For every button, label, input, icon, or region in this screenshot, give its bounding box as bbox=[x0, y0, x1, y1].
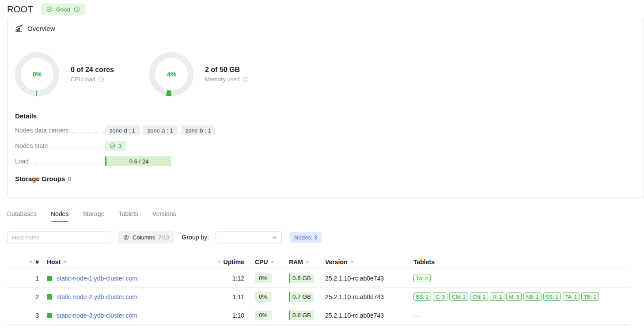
tablet-badge[interactable]: M: 3 bbox=[506, 292, 521, 301]
overview-card-title: Overview bbox=[15, 24, 636, 32]
column-header-tablets: Tablets bbox=[405, 255, 630, 269]
cell-version: 25.2.1.10-rc.ab0e743 bbox=[315, 269, 405, 287]
circle-check-icon bbox=[46, 6, 53, 12]
page-header: ROOT Good ? bbox=[0, 0, 644, 17]
circle-check-icon bbox=[110, 143, 115, 149]
detail-row-data-centers: Nodes data centers zone-d : 1zone-a : 1z… bbox=[15, 125, 636, 135]
gauges-row: 0% 0 of 24 cores CPU load ? 4% bbox=[15, 52, 636, 96]
storage-groups: Storage Groups0 bbox=[15, 175, 636, 182]
cell-tablets: BS: 1C: 3CM: 1CN: 1H: 1M: 3NB: 1SS: 1TA:… bbox=[405, 288, 630, 306]
host-name-input[interactable] bbox=[7, 231, 112, 243]
svg-text:?: ? bbox=[76, 8, 78, 11]
column-header-num[interactable]: # bbox=[7, 255, 39, 269]
tablet-badge[interactable]: CM: 1 bbox=[449, 292, 468, 301]
circle-question-icon[interactable]: ? bbox=[98, 76, 104, 83]
column-label: RAM bbox=[289, 258, 303, 266]
column-label: Tablets bbox=[413, 258, 435, 266]
host-link[interactable]: static-node-3.ydb-cluster.com bbox=[57, 312, 137, 319]
svg-text:?: ? bbox=[245, 77, 246, 81]
cell-tablets: — bbox=[405, 306, 630, 324]
sort-icon[interactable] bbox=[271, 261, 274, 263]
sort-icon[interactable] bbox=[63, 261, 67, 263]
overview-title-label: Overview bbox=[27, 25, 55, 32]
cell-uptime: 1:12 bbox=[215, 269, 244, 287]
host-link[interactable]: static-node-2.ydb-cluster.com bbox=[57, 293, 137, 300]
zone-badge: zone-a : 1 bbox=[143, 125, 178, 135]
ram-usage-pill: 0.6 GB bbox=[289, 273, 314, 283]
details-heading: Details bbox=[15, 112, 636, 120]
cpu-usage-pill: 0% bbox=[255, 273, 272, 283]
cell-uptime: 1:10 bbox=[215, 306, 244, 324]
chart-icon bbox=[15, 24, 23, 32]
cell-node-number: 1 bbox=[7, 269, 39, 287]
zone-badge: zone-d : 1 bbox=[105, 125, 140, 135]
cell-ram: 0.6 GB bbox=[280, 306, 315, 324]
column-header-ram[interactable]: RAM bbox=[280, 255, 315, 269]
sort-icon[interactable] bbox=[350, 261, 354, 263]
cpu-percent: 0% bbox=[33, 71, 42, 78]
circle-question-icon[interactable]: ? bbox=[242, 76, 249, 83]
tablet-badge[interactable]: TB: 1 bbox=[581, 292, 599, 301]
tablet-badge[interactable]: SS: 1 bbox=[543, 292, 561, 301]
node-status-square bbox=[47, 313, 52, 318]
tablet-badge[interactable]: CN: 1 bbox=[470, 292, 488, 301]
status-label: Good bbox=[56, 6, 70, 13]
table-row: 1static-node-1.ydb-cluster.com1:120%0.6 … bbox=[7, 269, 630, 288]
ram-usage-pill: 0.6 GB bbox=[289, 311, 314, 320]
nodes-state-label: Nodes state bbox=[15, 142, 48, 149]
group-by-value: - bbox=[220, 234, 222, 241]
column-header-host[interactable]: Host bbox=[39, 255, 215, 269]
columns-count: 7/13 bbox=[158, 234, 169, 241]
tab-tablets[interactable]: Tablets bbox=[118, 210, 138, 222]
column-label: Host bbox=[47, 258, 61, 266]
tab-databases[interactable]: Databases bbox=[7, 210, 37, 222]
table-body: 1static-node-1.ydb-cluster.com1:120%0.6 … bbox=[7, 269, 630, 325]
tablet-badge[interactable]: BS: 1 bbox=[413, 292, 431, 301]
tab-nodes[interactable]: Nodes bbox=[51, 210, 68, 222]
tablet-badge[interactable]: C: 3 bbox=[433, 292, 447, 301]
detail-row-load: Load 0.6 / 24 bbox=[15, 156, 636, 166]
cell-host: static-node-1.ydb-cluster.com bbox=[39, 269, 215, 287]
zone-badge: zone-b : 1 bbox=[181, 125, 216, 135]
cell-tablets: TA: 2 bbox=[405, 269, 630, 287]
tablet-badge[interactable]: TA: 2 bbox=[413, 274, 431, 282]
column-header-uptime[interactable]: Uptime bbox=[215, 255, 244, 269]
tab-storage[interactable]: Storage bbox=[83, 210, 104, 222]
load-label: Load bbox=[15, 158, 29, 165]
tab-versions[interactable]: Versions bbox=[152, 210, 176, 222]
cell-ram: 0.7 GB bbox=[280, 288, 315, 306]
gear-icon bbox=[123, 234, 129, 241]
table-header: #HostUptimeCPURAMVersionTablets bbox=[7, 255, 630, 269]
cell-node-number: 3 bbox=[7, 306, 39, 324]
nodes-toolbar: Columns 7/13 Group by: - Nodes: 3 bbox=[7, 231, 644, 243]
columns-button[interactable]: Columns 7/13 bbox=[118, 231, 174, 243]
nodes-count-badge[interactable]: Nodes: 3 bbox=[290, 232, 322, 243]
ram-usage-pill: 0.7 GB bbox=[289, 292, 314, 302]
cpu-load-label: CPU load bbox=[71, 76, 95, 83]
column-label: Uptime bbox=[224, 258, 244, 266]
column-header-version[interactable]: Version bbox=[315, 255, 405, 269]
tablet-badge[interactable]: H: 1 bbox=[490, 292, 504, 301]
tablet-badge[interactable]: TA: 1 bbox=[563, 292, 580, 301]
sort-icon[interactable] bbox=[306, 261, 309, 263]
column-header-cpu[interactable]: CPU bbox=[244, 255, 280, 269]
cpu-usage-pill: 0% bbox=[255, 292, 272, 302]
column-label: # bbox=[35, 258, 39, 266]
tablet-badge[interactable]: NB: 1 bbox=[523, 292, 542, 301]
status-badge[interactable]: Good ? bbox=[41, 4, 85, 15]
svg-text:?: ? bbox=[100, 77, 102, 81]
cell-cpu: 0% bbox=[244, 269, 280, 287]
nodes-state-badge[interactable]: 3 bbox=[105, 141, 126, 151]
host-link[interactable]: static-node-1.ydb-cluster.com bbox=[57, 275, 137, 282]
cell-version: 25.2.1.10-rc.ab0e743 bbox=[315, 288, 405, 306]
nodes-state-count: 3 bbox=[118, 143, 121, 149]
group-by-select[interactable]: - bbox=[216, 231, 282, 243]
sort-icon[interactable] bbox=[217, 261, 221, 263]
sort-icon[interactable] bbox=[29, 261, 33, 263]
nodes-table: #HostUptimeCPURAMVersionTablets 1static-… bbox=[7, 255, 630, 325]
zone-badges: zone-d : 1zone-a : 1zone-b : 1 bbox=[105, 125, 215, 135]
column-label: CPU bbox=[255, 258, 268, 266]
circle-question-icon[interactable]: ? bbox=[74, 6, 80, 12]
cell-uptime: 1:11 bbox=[215, 288, 244, 306]
chevron-down-icon bbox=[272, 235, 277, 240]
